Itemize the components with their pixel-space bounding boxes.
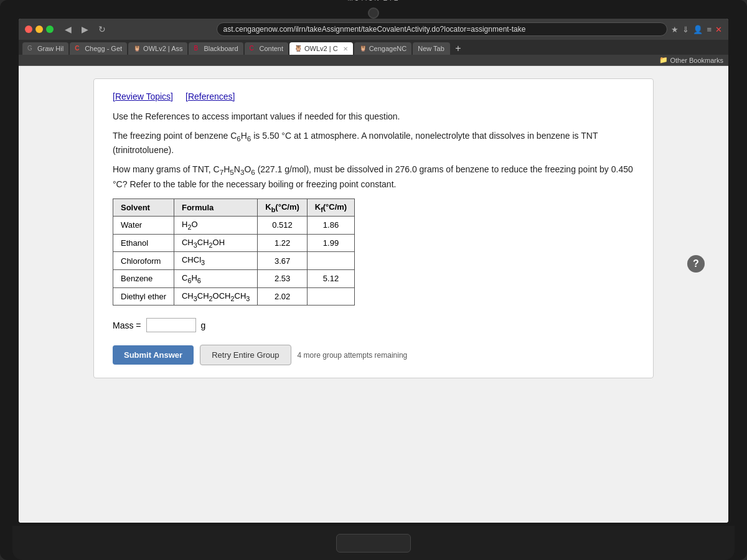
solvent-table: Solvent Formula Kb(°C/m) Kf(°C/m) Water … xyxy=(113,198,355,306)
bookmarks-bar: 📁 Other Bookmarks xyxy=(19,55,728,66)
tab-label-newtab: New Tab xyxy=(418,45,444,52)
kf-water: 1.86 xyxy=(307,217,354,235)
other-bookmarks-label: Other Bookmarks xyxy=(670,57,723,64)
tab-favicon-cengage: 🦉 xyxy=(359,45,367,52)
browser-chrome: ◀ ▶ ↻ ★ ⇓ 👤 ≡ ✕ G Graw xyxy=(19,19,728,66)
help-icon[interactable]: ? xyxy=(687,255,705,273)
references-link[interactable]: [References] xyxy=(186,91,235,101)
table-row: Water H2O 0.512 1.86 xyxy=(113,217,355,235)
kb-chloroform: 3.67 xyxy=(258,252,307,270)
review-topics-link[interactable]: [Review Topics] xyxy=(113,91,173,101)
solvent-ethanol: Ethanol xyxy=(113,234,174,252)
tab-label-blackboard: Blackboard xyxy=(204,45,238,52)
tab-content[interactable]: C Content xyxy=(245,42,289,55)
tab-label-owlv2-active: OWLv2 | C xyxy=(304,45,338,52)
camera-dot: MOTION EYE xyxy=(368,7,379,19)
minimize-button[interactable] xyxy=(35,26,43,33)
tab-favicon-owlv2: 🦉 xyxy=(133,45,141,52)
mass-label: Mass = xyxy=(113,320,141,330)
kb-ethanol: 1.22 xyxy=(258,234,307,252)
tab-blackboard[interactable]: B Blackboard xyxy=(189,42,243,55)
action-row: Submit Answer Retry Entire Group 4 more … xyxy=(113,345,634,365)
tab-owlv2-active[interactable]: 🦉 OWLv2 | C ✕ xyxy=(289,42,353,55)
instructions-text: Use the References to access important v… xyxy=(113,110,634,191)
submit-answer-button[interactable]: Submit Answer xyxy=(113,345,194,365)
tab-label-cengage: CengageNC xyxy=(369,45,407,52)
download-icon[interactable]: ⇓ xyxy=(682,25,689,34)
review-refs: [Review Topics] [References] xyxy=(113,91,634,101)
toolbar-icons: ★ ⇓ 👤 ≡ ✕ xyxy=(671,25,722,34)
kb-benzene: 2.53 xyxy=(258,269,307,287)
window-controls xyxy=(25,26,54,33)
account-icon[interactable]: 👤 xyxy=(693,25,703,34)
other-bookmarks[interactable]: 📁 Other Bookmarks xyxy=(659,56,723,64)
motion-eye-label: MOTION EYE xyxy=(348,0,400,2)
tab-grawhil[interactable]: G Graw Hil xyxy=(22,42,68,55)
formula-benzene: C6H6 xyxy=(174,269,257,287)
tab-favicon-owlv2-active: 🦉 xyxy=(294,45,302,52)
tab-label-grawhil: Graw Hil xyxy=(37,45,63,52)
tab-close-owlv2[interactable]: ✕ xyxy=(343,45,348,52)
touchpad[interactable] xyxy=(336,534,411,553)
col-formula: Formula xyxy=(174,198,257,217)
kf-benzene: 5.12 xyxy=(307,269,354,287)
nav-back[interactable]: ◀ xyxy=(62,23,74,35)
close-icon[interactable]: ✕ xyxy=(715,25,722,34)
tab-favicon-chegg: C xyxy=(75,45,82,52)
attempts-text: 4 more group attempts remaining xyxy=(298,351,408,360)
nav-refresh[interactable]: ↻ xyxy=(96,23,108,35)
col-solvent: Solvent xyxy=(113,198,174,217)
table-row: Chloroform CHCl3 3.67 xyxy=(113,252,355,270)
formula-diethylether: CH3CH2OCH2CH3 xyxy=(174,287,257,306)
instructions-line: Use the References to access important v… xyxy=(113,110,634,123)
mass-row: Mass = g xyxy=(113,318,634,332)
formula-water: H2O xyxy=(174,217,257,235)
new-tab-button[interactable]: + xyxy=(451,43,464,54)
retry-group-button[interactable]: Retry Entire Group xyxy=(200,345,291,365)
tab-label-content: Content xyxy=(260,45,284,52)
formula-ethanol: CH3CH2OH xyxy=(174,234,257,252)
kb-water: 0.512 xyxy=(258,217,307,235)
table-row: Diethyl ether CH3CH2OCH2CH3 2.02 xyxy=(113,287,355,306)
table-header-row: Solvent Formula Kb(°C/m) Kf(°C/m) xyxy=(113,198,355,217)
mass-unit: g xyxy=(201,320,206,330)
mass-input[interactable] xyxy=(146,318,196,332)
page-content: [Review Topics] [References] Use the Ref… xyxy=(19,66,728,523)
content-box: [Review Topics] [References] Use the Ref… xyxy=(93,78,654,378)
tab-newtab[interactable]: New Tab xyxy=(413,42,450,55)
tab-owlv2-ass[interactable]: 🦉 OWLv2 | Ass xyxy=(128,42,187,55)
kf-ethanol: 1.99 xyxy=(307,234,354,252)
menu-icon[interactable]: ≡ xyxy=(707,25,712,34)
tab-favicon-grawhil: G xyxy=(27,45,35,52)
solvent-diethylether: Diethyl ether xyxy=(113,287,174,306)
tab-favicon-blackboard: B xyxy=(194,45,201,52)
folder-icon: 📁 xyxy=(659,56,668,64)
tab-label-chegg: Chegg - Get xyxy=(85,45,122,52)
kf-chloroform xyxy=(307,252,354,270)
question-p2: How many grams of TNT, C7H5N3O6 (227.1 g… xyxy=(113,163,634,190)
nav-forward[interactable]: ▶ xyxy=(79,23,91,35)
address-bar[interactable] xyxy=(217,22,668,36)
table-row: Ethanol CH3CH2OH 1.22 1.99 xyxy=(113,234,355,252)
tab-label-owlv2-ass: OWLv2 | Ass xyxy=(143,45,182,52)
kb-diethylether: 2.02 xyxy=(258,287,307,306)
solvent-chloroform: Chloroform xyxy=(113,252,174,270)
formula-chloroform: CHCl3 xyxy=(174,252,257,270)
maximize-button[interactable] xyxy=(46,26,54,33)
close-button[interactable] xyxy=(25,26,32,33)
bookmark-star-icon[interactable]: ★ xyxy=(671,25,679,34)
title-bar: ◀ ▶ ↻ ★ ⇓ 👤 ≡ ✕ xyxy=(19,19,728,40)
laptop-base xyxy=(12,526,735,560)
tab-favicon-content: C xyxy=(250,45,257,52)
question-p1: The freezing point of benzene C6H6 is 5.… xyxy=(113,129,634,157)
tab-cengage[interactable]: 🦉 CengageNC xyxy=(354,42,412,55)
solvent-water: Water xyxy=(113,217,174,235)
solvent-benzene: Benzene xyxy=(113,269,174,287)
tab-chegg[interactable]: C Chegg - Get xyxy=(70,42,127,55)
table-row: Benzene C6H6 2.53 5.12 xyxy=(113,269,355,287)
tabs-bar: G Graw Hil C Chegg - Get 🦉 OWLv2 | Ass B… xyxy=(19,40,728,55)
col-kf: Kf(°C/m) xyxy=(307,198,354,217)
col-kb: Kb(°C/m) xyxy=(258,198,307,217)
screen: ◀ ▶ ↻ ★ ⇓ 👤 ≡ ✕ G Graw xyxy=(19,19,728,523)
kf-diethylether xyxy=(307,287,354,306)
